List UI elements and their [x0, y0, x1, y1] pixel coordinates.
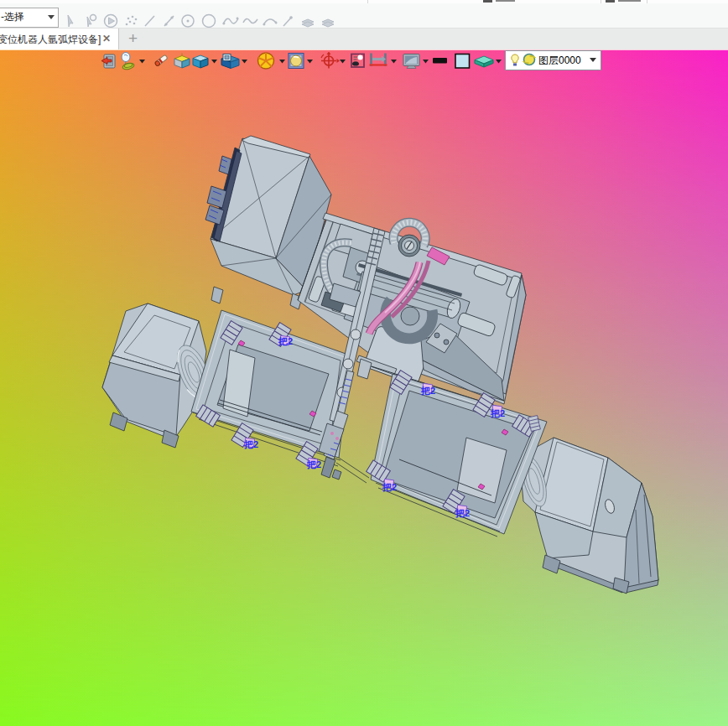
- svg-text:把2: 把2: [420, 386, 435, 396]
- svg-text:把2: 把2: [278, 336, 293, 346]
- svg-text:把2: 把2: [306, 459, 321, 469]
- svg-text:把2: 把2: [490, 408, 505, 418]
- svg-text:把2: 把2: [243, 439, 258, 449]
- svg-text:把2: 把2: [382, 482, 397, 492]
- svg-text:把2: 把2: [455, 508, 470, 518]
